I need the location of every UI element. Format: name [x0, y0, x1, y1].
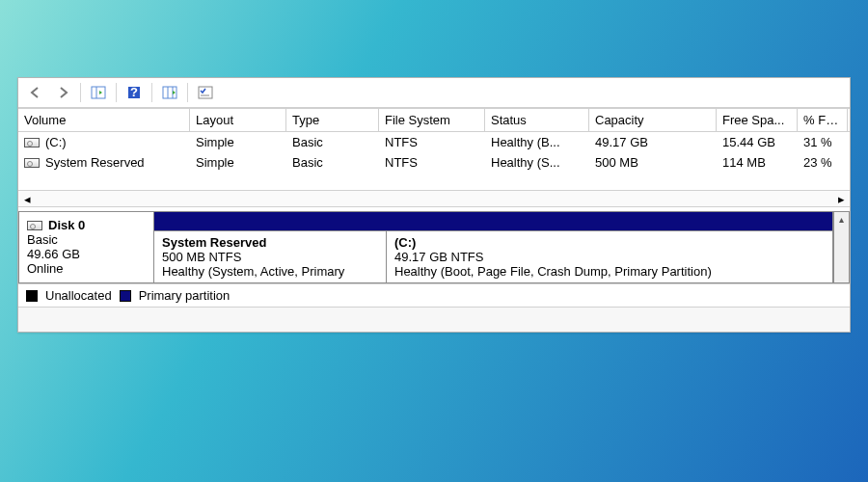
legend: Unallocated Primary partition [18, 283, 850, 307]
cell-type: Basic [286, 152, 379, 173]
disk-state: Online [27, 261, 146, 276]
cell-fs: NTFS [379, 152, 485, 173]
cell-layout: Simple [190, 152, 286, 173]
volume-header-row: Volume Layout Type File System Status Ca… [18, 109, 850, 132]
scroll-right-icon[interactable]: ▸ [834, 192, 848, 206]
toolbar-separator [116, 83, 117, 102]
show-hide-tree-button[interactable] [87, 82, 110, 103]
disk-type: Basic [27, 232, 146, 247]
cell-capacity: 49.17 GB [589, 132, 717, 152]
scroll-up-icon[interactable]: ▴ [839, 214, 844, 225]
cell-status: Healthy (B... [485, 132, 589, 152]
volume-name: (C:) [45, 135, 67, 149]
col-filesystem[interactable]: File System [379, 109, 485, 131]
table-row[interactable]: System Reserved Simple Basic NTFS Health… [18, 152, 850, 173]
col-status[interactable]: Status [485, 109, 589, 131]
svg-rect-0 [92, 87, 105, 98]
col-volume[interactable]: Volume [18, 109, 190, 131]
back-button[interactable] [24, 82, 47, 103]
col-type[interactable]: Type [286, 109, 379, 131]
columns-icon [162, 86, 177, 99]
cell-capacity: 500 MB [589, 152, 717, 173]
toolbar-separator [80, 83, 81, 102]
svg-rect-9 [199, 87, 212, 98]
partition-size: 500 MB NTFS [162, 250, 241, 264]
volume-list: Volume Layout Type File System Status Ca… [18, 108, 850, 207]
volume-icon [24, 138, 40, 147]
partition-size: 49.17 GB NTFS [394, 250, 483, 264]
disk-map-right: System Reserved 500 MB NTFS Healthy (Sys… [153, 211, 833, 283]
legend-unallocated-label: Unallocated [45, 288, 112, 303]
cell-fs: NTFS [379, 132, 485, 152]
disk-info-panel[interactable]: Disk 0 Basic 49.66 GB Online [18, 211, 153, 283]
svg-marker-8 [173, 91, 176, 94]
partition-status: Healthy (System, Active, Primary [162, 264, 344, 279]
status-bar [18, 307, 850, 332]
swatch-unallocated [26, 290, 38, 302]
volume-name: System Reserved [45, 155, 145, 170]
vertical-scrollbar[interactable]: ▴ [833, 211, 850, 283]
partition-title: (C:) [394, 235, 416, 250]
list-check-icon [198, 86, 213, 99]
forward-button[interactable] [51, 82, 74, 103]
cell-free: 114 MB [717, 152, 798, 173]
volume-icon [24, 158, 40, 168]
partition-title: System Reserved [162, 235, 266, 250]
cell-pct: 31 % [798, 132, 848, 152]
partition-block[interactable]: (C:) 49.17 GB NTFS Healthy (Boot, Page F… [387, 230, 833, 283]
disk-size: 49.66 GB [27, 247, 146, 261]
disk-management-window: ? Volume Layout Type File System Status … [17, 77, 851, 333]
help-icon: ? [127, 86, 141, 99]
toolbar-separator [151, 83, 152, 102]
toolbar-separator [187, 83, 188, 102]
help-button[interactable]: ? [122, 82, 146, 103]
cell-free: 15.44 GB [717, 132, 798, 152]
settings-button[interactable] [194, 82, 217, 103]
arrow-left-icon [29, 86, 42, 99]
scroll-left-icon[interactable]: ◂ [20, 192, 34, 206]
disk-title: Disk 0 [48, 218, 85, 232]
cell-status: Healthy (S... [485, 152, 589, 173]
action-pane-button[interactable] [158, 82, 181, 103]
col-capacity[interactable]: Capacity [589, 109, 717, 131]
col-layout[interactable]: Layout [190, 109, 286, 131]
svg-text:?: ? [130, 86, 138, 99]
partition-strip: System Reserved 500 MB NTFS Healthy (Sys… [153, 230, 833, 283]
legend-primary-label: Primary partition [139, 288, 231, 303]
cell-pct: 23 % [798, 152, 848, 173]
svg-marker-2 [99, 91, 102, 94]
disk-icon [27, 221, 42, 230]
swatch-primary [120, 290, 131, 302]
table-row[interactable]: (C:) Simple Basic NTFS Healthy (B... 49.… [18, 132, 850, 152]
partition-status: Healthy (Boot, Page File, Crash Dump, Pr… [394, 264, 712, 279]
col-pctfree[interactable]: % Free [798, 109, 848, 131]
horizontal-scrollbar[interactable]: ◂ ▸ [18, 190, 850, 207]
col-freespace[interactable]: Free Spa... [717, 109, 798, 131]
partition-block[interactable]: System Reserved 500 MB NTFS Healthy (Sys… [153, 230, 387, 283]
cell-type: Basic [286, 132, 379, 152]
disk-map: Disk 0 Basic 49.66 GB Online System Rese… [18, 207, 850, 283]
cell-layout: Simple [190, 132, 286, 152]
toolbar: ? [18, 78, 850, 108]
arrow-right-icon [56, 86, 69, 99]
volume-rows: (C:) Simple Basic NTFS Healthy (B... 49.… [18, 132, 850, 190]
panel-icon [91, 86, 106, 99]
disk-header-bar [153, 211, 833, 230]
